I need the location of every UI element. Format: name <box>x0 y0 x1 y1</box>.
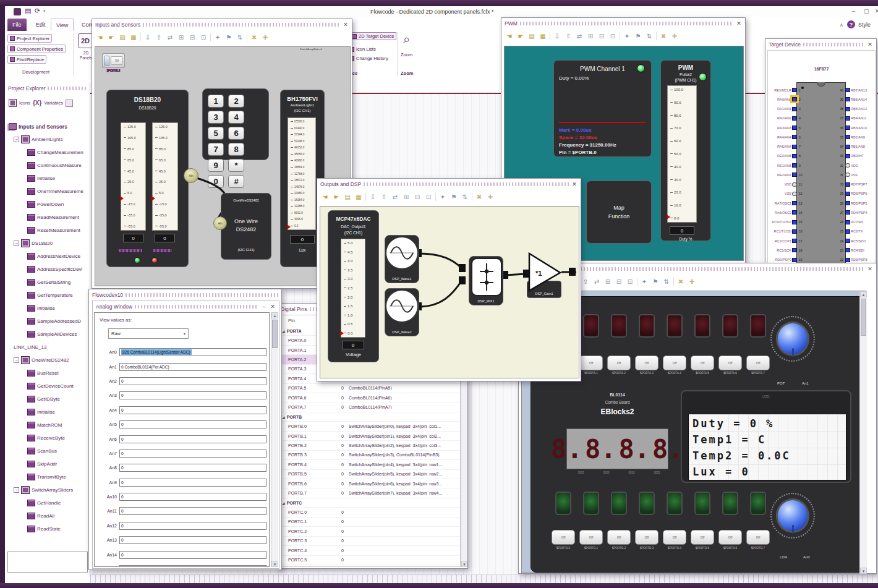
keypad-key[interactable]: * <box>228 159 244 172</box>
toolbar-icon[interactable]: ⊞ <box>603 277 612 286</box>
chip-pin-row[interactable]: 22RD3/PSP3 <box>837 255 876 264</box>
chip-pin-row[interactable]: VSS12 <box>769 189 805 198</box>
tab-view[interactable]: View <box>51 19 74 31</box>
chip-pin-row[interactable]: RC3/SCK18 <box>769 245 805 255</box>
close-icon[interactable]: ✕ <box>343 22 349 28</box>
toolbar-icon[interactable]: ⇩ <box>369 192 377 202</box>
chip-pin-row[interactable]: 28RD5/PSP5 <box>837 198 876 208</box>
view-item-2d-target-device[interactable]: 2D Target Device <box>349 32 396 40</box>
toolbar-icon[interactable]: ✚ <box>486 192 495 202</box>
keypad-key[interactable]: 2 <box>228 95 244 108</box>
panels-2d-icon[interactable]: 2D <box>78 33 93 48</box>
close-icon[interactable]: ✕ <box>571 181 578 187</box>
chip-pin-row[interactable]: RA2/AN24 <box>769 114 805 123</box>
dac-scale[interactable]: 5.04.54.03.53.02.52.01.51.00.50.0 <box>341 239 365 338</box>
keypad-key[interactable]: # <box>228 175 244 188</box>
chip-pin-row[interactable]: 26RC7/RX <box>837 218 876 227</box>
chip-pin-row[interactable]: 31VSS <box>837 170 876 179</box>
chip-pin-row[interactable]: RE1/AN69 <box>769 161 805 170</box>
digital-pin-row[interactable]: PORTC.2 0 <box>279 527 461 536</box>
digital-pin-row[interactable]: PORTB.6 0 SwitchArraySlider(pin6), keypa… <box>279 479 461 488</box>
channel-value-field[interactable]: 0 <box>119 406 266 414</box>
analog-vertical-scrollbar[interactable]: ▲ ▼ <box>271 312 278 567</box>
toolbar-icon[interactable]: ⊡ <box>608 32 617 41</box>
toolbar-icon[interactable]: ⇩ <box>553 32 561 41</box>
toolbar-icon[interactable]: ☛ <box>332 192 341 202</box>
digital-pin-row[interactable]: PORTB.0 0 SwitchArraySlider(pin0), keypa… <box>279 422 461 431</box>
toolbar-icon[interactable]: ⇅ <box>645 32 654 41</box>
ldr-knob[interactable] <box>776 498 809 533</box>
chip-pin-row[interactable]: RA0/AN02 <box>769 95 805 104</box>
minimize-icon[interactable]: – <box>261 304 267 310</box>
chip-pin-row[interactable]: 23RC4/SDI <box>837 245 876 255</box>
close-icon[interactable]: ✕ <box>867 41 873 48</box>
chip-pin-row[interactable]: 30RD7/PSP7 <box>837 180 876 189</box>
project-explorer-footer-box[interactable] <box>7 552 88 573</box>
channel-value-field[interactable]: 0 <box>119 536 266 544</box>
chip-pin-row[interactable]: 24RC5/SDO <box>837 236 876 245</box>
digital-pin-row[interactable]: PORTA.6 0 ComboBL0114(PinA6) <box>279 393 461 403</box>
keypad-key[interactable]: 6 <box>228 127 244 140</box>
channel-value-field[interactable]: 0 <box>119 522 266 530</box>
component-properties-button[interactable]: Component Properties <box>7 45 66 53</box>
digital-pin-row[interactable]: PORTA.5 0 ComboBL0114(PinA5) <box>279 384 461 393</box>
chip-pin-row[interactable]: 27RD4/PSP4 <box>837 208 876 217</box>
toolbar-icon[interactable] <box>550 32 550 40</box>
view-item-icon-lists[interactable]: Icon Lists <box>349 46 376 52</box>
toolbar-icon[interactable]: ✦ <box>623 32 631 41</box>
toolbar-icon[interactable] <box>210 33 211 41</box>
scroll-down-icon[interactable]: ▼ <box>271 561 278 567</box>
channel-value-field[interactable]: 0 <box>119 391 266 399</box>
chip-pin-row[interactable]: RE2/AN710 <box>769 170 805 179</box>
chip-pin-row[interactable]: RA7/OSC113 <box>769 198 805 208</box>
view-item-change-history[interactable]: Change History <box>349 56 388 61</box>
minimize-button[interactable]: – <box>852 8 855 14</box>
chip-pin-row[interactable]: RD0/PSP019 <box>769 255 805 264</box>
chip-pin-row[interactable]: RA4/AN46 <box>769 132 805 142</box>
close-button[interactable]: ✕ <box>875 8 878 14</box>
toolbar-icon[interactable] <box>472 193 472 201</box>
off-button[interactable]: Off <box>579 530 603 545</box>
tree-item[interactable]: ChangeMeasuremen <box>5 146 90 159</box>
tree-item[interactable]: PowerDown <box>5 198 90 211</box>
chip-pin-row[interactable]: 38RB5/AN12 <box>837 104 876 114</box>
off-button[interactable]: Off <box>746 356 770 370</box>
macros-icon[interactable] <box>66 100 73 107</box>
toolbar-icon[interactable]: ⊡ <box>424 192 433 202</box>
toolbar-icon[interactable]: ▤ <box>118 33 127 42</box>
map-function-component[interactable]: Map Function <box>586 181 652 244</box>
close-icon[interactable]: ✕ <box>270 304 276 310</box>
tree-item[interactable]: ReadAll <box>5 509 90 522</box>
collapse-ribbon-icon[interactable]: ∧ <box>840 22 843 28</box>
chip-pin-row[interactable]: 39RB6/AN14 <box>837 95 876 104</box>
dac-value[interactable]: 0 <box>342 341 364 349</box>
channel-value-field[interactable]: 0 <box>119 551 266 559</box>
tree-item[interactable]: SkipAddr <box>5 458 90 471</box>
toolbar-icon[interactable]: ⚑ <box>634 32 642 41</box>
chip-pin-row[interactable]: RC1/T1OSI16 <box>769 227 805 236</box>
tree-item[interactable]: Initialise <box>5 406 90 419</box>
toolbar-icon[interactable]: ⇄ <box>166 33 174 42</box>
switch-track[interactable] <box>104 56 109 66</box>
off-button[interactable]: Off <box>718 530 742 545</box>
chip-pin-row[interactable]: RC0/T1OSO15 <box>769 218 805 227</box>
tab-edit[interactable]: Edit <box>31 19 51 31</box>
digital-pin-row[interactable]: PORTC <box>279 498 461 508</box>
tree-item[interactable]: GetDeviceCount <box>5 380 90 393</box>
toolbar-icon[interactable]: ▤ <box>527 32 536 41</box>
tree-item[interactable]: − DS18B20 <box>5 237 90 250</box>
toolbar-icon[interactable] <box>247 33 247 41</box>
toolbar-icon[interactable]: ✚ <box>688 277 696 286</box>
chip-pin-row[interactable]: RA6/OSC214 <box>769 208 805 217</box>
chip-pin-row[interactable]: RA1/AN13 <box>769 104 805 114</box>
toolbar-icon[interactable]: ✖ <box>250 33 258 42</box>
digital-pin-row[interactable]: PORTB.2 0 SwitchArraySlider(pin2), keypa… <box>279 441 461 450</box>
toolbar-icon[interactable]: ⇧ <box>581 277 590 286</box>
keypad-key[interactable]: 3 <box>208 111 224 124</box>
toolbar-icon[interactable]: ☚ <box>96 33 104 42</box>
tree-expander-icon[interactable]: − <box>14 357 19 363</box>
keypad-key[interactable]: 8 <box>228 143 244 156</box>
digital-pin-row[interactable]: PORTB.4 0 SwitchArraySlider(pin4), keypa… <box>279 460 461 469</box>
chip-pin-row[interactable]: 29RD6/PSP6 <box>837 189 876 198</box>
toolbar-icon[interactable]: ☚ <box>505 32 514 41</box>
